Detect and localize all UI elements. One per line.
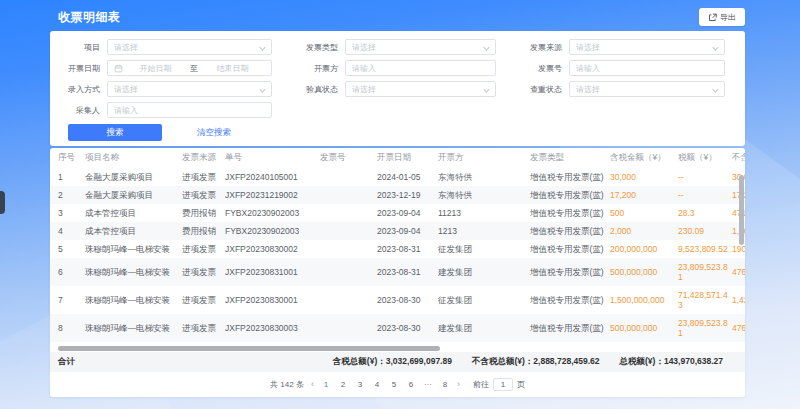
cell-issuer: 征发集团 bbox=[438, 240, 530, 258]
invoice-type-select-input[interactable] bbox=[352, 43, 489, 52]
field-label: 发票来源 bbox=[512, 42, 569, 53]
header-amount-with-tax: 含税金额（¥） bbox=[610, 148, 678, 168]
cell-invoice-type: 增值税专用发票(蓝) bbox=[530, 240, 610, 258]
summary-label: 合计 bbox=[58, 356, 75, 368]
cell-project-name: 金融大厦采购项目 bbox=[85, 168, 182, 186]
cell-invoice-no bbox=[320, 314, 377, 342]
entry-method-select[interactable] bbox=[107, 81, 272, 97]
page-ellipsis[interactable]: ··· bbox=[423, 380, 433, 389]
total-tax: 总税额(¥)：143,970,638.27 bbox=[620, 356, 723, 368]
page-number-4[interactable]: 4 bbox=[372, 380, 382, 389]
cell-issuer: 11213 bbox=[438, 204, 530, 222]
cell-invoice-no bbox=[320, 240, 377, 258]
issuer-input[interactable] bbox=[345, 60, 496, 76]
project-select-input[interactable] bbox=[114, 43, 265, 52]
field-label: 录入方式 bbox=[50, 84, 107, 95]
left-edge-handle[interactable] bbox=[0, 191, 5, 214]
cell-invoice-date: 2024-01-05 bbox=[377, 168, 438, 186]
duplicate-status-select[interactable] bbox=[569, 81, 725, 97]
duplicate-status-select-input[interactable] bbox=[576, 85, 718, 94]
cell-invoice-source: 费用报销 bbox=[182, 222, 225, 240]
cell-amount-with-tax: 17,200 bbox=[610, 186, 678, 204]
page-title: 收票明细表 bbox=[58, 9, 121, 26]
cell-issuer: 征发集团 bbox=[438, 286, 530, 314]
cell-invoice-date: 2023-08-31 bbox=[377, 240, 438, 258]
cell-seq: 8 bbox=[50, 314, 85, 342]
cell-project-name: 珠穆朗玛峰—电梯安装 bbox=[85, 286, 182, 314]
collector-text-input[interactable] bbox=[114, 106, 265, 115]
cell-order-no: JXFP20240105001 bbox=[225, 168, 320, 186]
export-button[interactable]: 导出 bbox=[699, 8, 745, 26]
export-label: 导出 bbox=[720, 12, 736, 23]
invoice-source-select[interactable] bbox=[569, 39, 725, 55]
filter-field-invoice-type: 发票类型 bbox=[288, 39, 512, 55]
cell-seq: 3 bbox=[50, 204, 85, 222]
cell-seq: 2 bbox=[50, 186, 85, 204]
cell-issuer: 东海特供 bbox=[438, 186, 530, 204]
cell-invoice-source: 费用报销 bbox=[182, 204, 225, 222]
verify-status-select-input[interactable] bbox=[352, 85, 489, 94]
invoice-type-select[interactable] bbox=[345, 39, 496, 55]
invoice-table: 序号 项目名称 发票来源 单号 发票号 开票日期 开票方 发票类型 含税金额（¥… bbox=[50, 148, 745, 342]
issuer-text-input[interactable] bbox=[352, 64, 489, 73]
table-row: 4成本管控项目费用报销FYBX202309020032023-09-041213… bbox=[50, 222, 745, 240]
cell-project-name: 珠穆朗玛峰—电梯安装 bbox=[85, 240, 182, 258]
search-button[interactable]: 搜索 bbox=[68, 124, 162, 141]
page-number-5[interactable]: 5 bbox=[389, 380, 399, 389]
cell-tax: -- bbox=[678, 168, 732, 186]
cell-invoice-date: 2023-12-19 bbox=[377, 186, 438, 204]
invoice-no-input[interactable] bbox=[569, 60, 725, 76]
horizontal-scrollbar[interactable] bbox=[58, 346, 440, 351]
header-tax: 税额（¥） bbox=[678, 148, 732, 168]
cell-invoice-type: 增值税专用发票(蓝) bbox=[530, 286, 610, 314]
header-project-name: 项目名称 bbox=[85, 148, 182, 168]
cell-invoice-source: 进项发票 bbox=[182, 168, 225, 186]
cell-invoice-no bbox=[320, 168, 377, 186]
cell-invoice-no bbox=[320, 222, 377, 240]
prev-page-button[interactable]: ‹ bbox=[311, 379, 314, 389]
cell-project-name: 成本管控项目 bbox=[85, 222, 182, 240]
filter-field-issuer: 开票方 bbox=[288, 60, 512, 76]
table-row: 5珠穆朗玛峰—电梯安装进项发票JXFP202308300022023-08-31… bbox=[50, 240, 745, 258]
header-invoice-date: 开票日期 bbox=[377, 148, 438, 168]
filter-field-project: 项目 bbox=[50, 39, 288, 55]
field-label: 开票日期 bbox=[50, 63, 107, 74]
cell-order-no: FYBX20230902003 bbox=[225, 222, 320, 240]
cell-amount-with-tax: 500,000,000 bbox=[610, 258, 678, 286]
verify-status-select[interactable] bbox=[345, 81, 496, 97]
pagination: 共 142 条 ‹ 123456···8 › 前往 页 bbox=[50, 372, 745, 396]
entry-method-select-input[interactable] bbox=[114, 85, 265, 94]
page-number-1[interactable]: 1 bbox=[321, 380, 331, 389]
invoice-source-select-input[interactable] bbox=[576, 43, 718, 52]
collector-input[interactable] bbox=[107, 102, 272, 118]
project-select[interactable] bbox=[107, 39, 272, 55]
cell-amount-with-tax: 500 bbox=[610, 204, 678, 222]
cell-invoice-type: 增值税专用发票(蓝) bbox=[530, 258, 610, 286]
filter-field-invoice-source: 发票来源 bbox=[512, 39, 741, 55]
table-row: 7珠穆朗玛峰—电梯安装进项发票JXFP202308300012023-08-30… bbox=[50, 286, 745, 314]
filter-field-entry-method: 录入方式 bbox=[50, 81, 288, 97]
summary-row: 合计 含税总额(¥)：3,032,699,097.89 不含税总额(¥)：2,8… bbox=[50, 352, 745, 372]
cell-amount-with-tax: 30,000 bbox=[610, 168, 678, 186]
page-number-6[interactable]: 6 bbox=[406, 380, 416, 389]
page-number-3[interactable]: 3 bbox=[355, 380, 365, 389]
cell-seq: 4 bbox=[50, 222, 85, 240]
header-invoice-source: 发票来源 bbox=[182, 148, 225, 168]
field-label: 发票号 bbox=[512, 63, 569, 74]
cell-invoice-type: 增值税专用发票(蓝) bbox=[530, 168, 610, 186]
page-number-8[interactable]: 8 bbox=[440, 380, 450, 389]
page-number-2[interactable]: 2 bbox=[338, 380, 348, 389]
cell-issuer: 1213 bbox=[438, 222, 530, 240]
clear-search-link[interactable]: 清空搜索 bbox=[197, 127, 231, 139]
invoice-date-range[interactable]: 开始日期 至 结束日期 bbox=[107, 60, 272, 76]
field-label: 验真状态 bbox=[288, 84, 345, 95]
invoice-table-panel: 序号 项目名称 发票来源 单号 发票号 开票日期 开票方 发票类型 含税金额（¥… bbox=[50, 148, 745, 397]
cell-invoice-source: 进项发票 bbox=[182, 286, 225, 314]
vertical-scrollbar[interactable] bbox=[739, 175, 744, 245]
goto-page-input[interactable] bbox=[493, 378, 513, 391]
filter-field-collector: 采集人 bbox=[50, 102, 288, 118]
cell-invoice-date: 2023-08-31 bbox=[377, 258, 438, 286]
invoice-no-text-input[interactable] bbox=[576, 64, 718, 73]
next-page-button[interactable]: › bbox=[457, 379, 460, 389]
page-unit-label: 页 bbox=[517, 379, 525, 390]
